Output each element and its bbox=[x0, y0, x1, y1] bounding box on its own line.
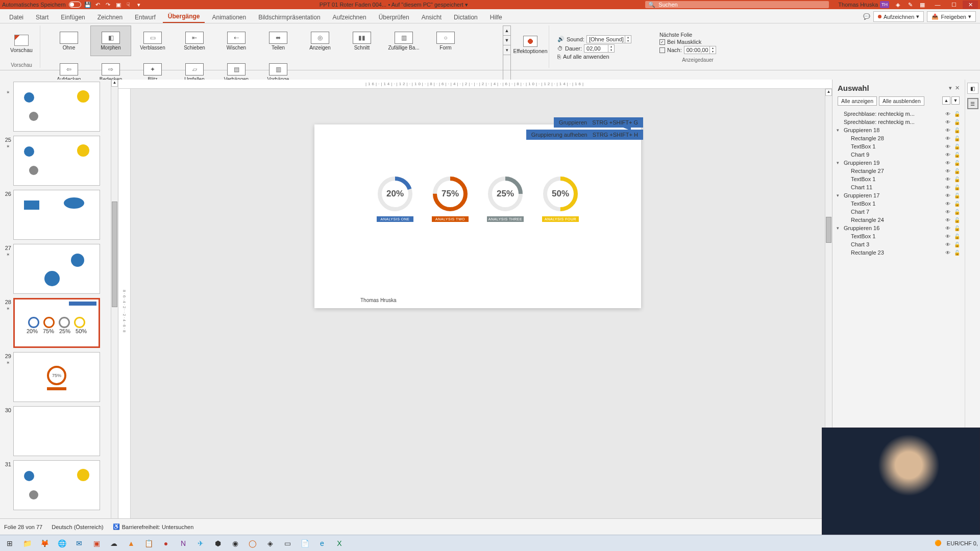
coming-soon-icon[interactable]: ◈ bbox=[894, 1, 901, 8]
lock-toggle-icon[interactable]: 🔓 bbox=[953, 234, 961, 239]
lock-toggle-icon[interactable]: 🔓 bbox=[953, 185, 961, 190]
lock-toggle-icon[interactable]: 🔓 bbox=[953, 242, 961, 247]
expand-icon[interactable]: ▾ bbox=[837, 193, 842, 198]
slide-thumbnail[interactable]: 26 bbox=[1, 190, 109, 240]
lock-toggle-icon[interactable]: 🔓 bbox=[953, 217, 961, 223]
callout-group[interactable]: GruppierenSTRG +SHIFT+ G bbox=[554, 117, 643, 128]
visibility-toggle-icon[interactable]: 👁 bbox=[944, 111, 951, 117]
thumb-preview[interactable] bbox=[13, 460, 100, 510]
thumb-preview[interactable] bbox=[13, 244, 100, 294]
slide[interactable]: GruppierenSTRG +SHIFT+ G Gruppierung auf… bbox=[314, 124, 641, 308]
taskbar-vlc-icon[interactable]: ▲ bbox=[124, 537, 139, 550]
window-layout-icon[interactable]: ▦ bbox=[919, 1, 926, 8]
tab-einfuegen[interactable]: Einfügen bbox=[56, 12, 90, 23]
visibility-toggle-icon[interactable]: 👁 bbox=[944, 209, 951, 215]
tab-hilfe[interactable]: Hilfe bbox=[485, 12, 507, 23]
slide-thumbnail[interactable]: 28✶20%75%25%50% bbox=[1, 298, 109, 348]
search-input[interactable] bbox=[658, 2, 826, 8]
visibility-toggle-icon[interactable]: 👁 bbox=[944, 152, 951, 158]
slide-thumbnail[interactable]: ✶ bbox=[1, 82, 109, 132]
taskbar-app-icon-3[interactable]: ● bbox=[158, 537, 174, 550]
taskbar-app-icon-8[interactable]: 📄 bbox=[297, 537, 312, 550]
lock-toggle-icon[interactable]: 🔓 bbox=[953, 136, 961, 141]
taskbar-app-icon-7[interactable]: ▭ bbox=[280, 537, 295, 550]
slide-thumbnail[interactable]: 31 bbox=[1, 460, 109, 510]
donut-chart[interactable]: 20%ANALYSIS ONE bbox=[377, 176, 413, 222]
visibility-toggle-icon[interactable]: 👁 bbox=[944, 234, 951, 239]
redo-icon[interactable]: ↷ bbox=[105, 1, 112, 8]
sound-dropdown[interactable]: [Ohne Sound]▴▾ bbox=[586, 35, 631, 43]
close-button[interactable]: ✕ bbox=[963, 1, 978, 9]
system-tray[interactable]: 🟠 EUR/CHF 0, bbox=[935, 540, 978, 546]
taskbar-edge-icon[interactable]: e bbox=[314, 537, 330, 550]
qat-more-icon[interactable]: ▾ bbox=[135, 1, 142, 8]
show-all-button[interactable]: Alle anzeigen bbox=[838, 96, 877, 106]
apply-all-button[interactable]: ⎘Auf alle anwenden bbox=[557, 54, 649, 60]
from-beginning-icon[interactable]: ▣ bbox=[115, 1, 122, 8]
tab-datei[interactable]: Datei bbox=[4, 12, 29, 23]
visibility-toggle-icon[interactable]: 👁 bbox=[944, 242, 951, 247]
slide-thumbnail[interactable]: 29✶75% bbox=[1, 352, 109, 402]
duration-field[interactable]: 02,00▴▾ bbox=[584, 44, 615, 53]
after-checkbox[interactable] bbox=[659, 47, 665, 53]
selection-item[interactable]: Chart 11👁🔓 bbox=[835, 183, 963, 191]
selection-item[interactable]: Sprechblase: rechteckig m...👁🔓 bbox=[835, 118, 963, 126]
donut-chart[interactable]: 25%ANALYSIS THREE bbox=[487, 176, 524, 222]
lock-toggle-icon[interactable]: 🔓 bbox=[953, 111, 961, 117]
gallery-down-button[interactable]: ▼ bbox=[503, 36, 510, 45]
transition-ohne[interactable]: Ohne bbox=[48, 26, 89, 56]
selection-item[interactable]: Rectangle 24👁🔓 bbox=[835, 216, 963, 224]
tab-bildschirmpraesentation[interactable]: Bildschirmpräsentation bbox=[253, 12, 325, 23]
visibility-toggle-icon[interactable]: 👁 bbox=[944, 119, 951, 125]
rail-icon-selection[interactable]: ☰ bbox=[967, 98, 978, 109]
touch-mode-icon[interactable]: ☟ bbox=[125, 1, 132, 8]
transition-wischen[interactable]: ⇠Wischen bbox=[216, 26, 257, 56]
selection-item[interactable]: TextBox 1👁🔓 bbox=[835, 232, 963, 240]
canvas-scroll-up[interactable]: ▲ bbox=[825, 89, 832, 96]
selection-item[interactable]: ▾Gruppieren 16👁🔓 bbox=[835, 224, 963, 232]
slide-thumbnail[interactable]: 25✶ bbox=[1, 136, 109, 186]
lock-toggle-icon[interactable]: 🔓 bbox=[953, 168, 961, 174]
visibility-toggle-icon[interactable]: 👁 bbox=[944, 250, 951, 256]
lock-toggle-icon[interactable]: 🔓 bbox=[953, 193, 961, 198]
comments-icon[interactable]: 💬 bbox=[863, 13, 870, 20]
tab-entwurf[interactable]: Entwurf bbox=[130, 12, 161, 23]
gallery-more-button[interactable]: ▾ bbox=[503, 45, 510, 55]
tab-uebergaenge[interactable]: Übergänge bbox=[163, 11, 205, 23]
taskbar-onenote-icon[interactable]: N bbox=[176, 537, 191, 550]
thumbnails-scrollbar[interactable]: ▲ ▼ bbox=[111, 80, 118, 535]
selection-item[interactable]: Chart 9👁🔓 bbox=[835, 151, 963, 159]
selection-item[interactable]: TextBox 1👁🔓 bbox=[835, 199, 963, 208]
share-button[interactable]: 📤Freigeben▾ bbox=[927, 11, 976, 22]
taskbar-app-icon-1[interactable]: ☁ bbox=[106, 537, 121, 550]
maximize-button[interactable]: ☐ bbox=[946, 1, 962, 9]
visibility-toggle-icon[interactable]: 👁 bbox=[944, 144, 951, 149]
selection-item[interactable]: Chart 7👁🔓 bbox=[835, 208, 963, 216]
selection-item[interactable]: Rectangle 28👁🔓 bbox=[835, 134, 963, 142]
tab-ansicht[interactable]: Ansicht bbox=[416, 12, 447, 23]
thumb-preview[interactable]: 75% bbox=[13, 352, 100, 402]
selection-item[interactable]: Chart 3👁🔓 bbox=[835, 240, 963, 248]
taskbar-chrome-icon[interactable]: 🌐 bbox=[54, 537, 69, 550]
transition-form[interactable]: ○Form bbox=[425, 26, 466, 56]
lock-toggle-icon[interactable]: 🔓 bbox=[953, 152, 961, 158]
transition-schieben[interactable]: ⇤Schieben bbox=[174, 26, 215, 56]
autosave-toggle[interactable] bbox=[69, 2, 81, 8]
selection-item[interactable]: TextBox 1👁🔓 bbox=[835, 175, 963, 183]
selection-item[interactable]: TextBox 1👁🔓 bbox=[835, 142, 963, 151]
visibility-toggle-icon[interactable]: 👁 bbox=[944, 226, 951, 231]
selection-item[interactable]: ▾Gruppieren 17👁🔓 bbox=[835, 191, 963, 199]
transition-zuflligeba[interactable]: ▥Zufällige Ba... bbox=[383, 26, 424, 56]
tab-animationen[interactable]: Animationen bbox=[207, 12, 251, 23]
language-indicator[interactable]: Deutsch (Österreich) bbox=[52, 524, 103, 530]
on-click-checkbox[interactable]: ✓ bbox=[659, 39, 665, 45]
title-dropdown-icon[interactable]: ▾ bbox=[465, 2, 468, 8]
start-button[interactable]: ⊞ bbox=[2, 537, 17, 550]
tab-dictation[interactable]: Dictation bbox=[449, 12, 483, 23]
selection-item[interactable]: Rectangle 27👁🔓 bbox=[835, 167, 963, 175]
taskbar-outlook-icon[interactable]: ✉ bbox=[71, 537, 87, 550]
taskbar-obs-icon[interactable]: ◉ bbox=[228, 537, 243, 550]
effect-options-button[interactable]: Effektoptionen bbox=[515, 26, 546, 64]
hide-all-button[interactable]: Alle ausblenden bbox=[879, 96, 924, 106]
lock-toggle-icon[interactable]: 🔓 bbox=[953, 128, 961, 133]
